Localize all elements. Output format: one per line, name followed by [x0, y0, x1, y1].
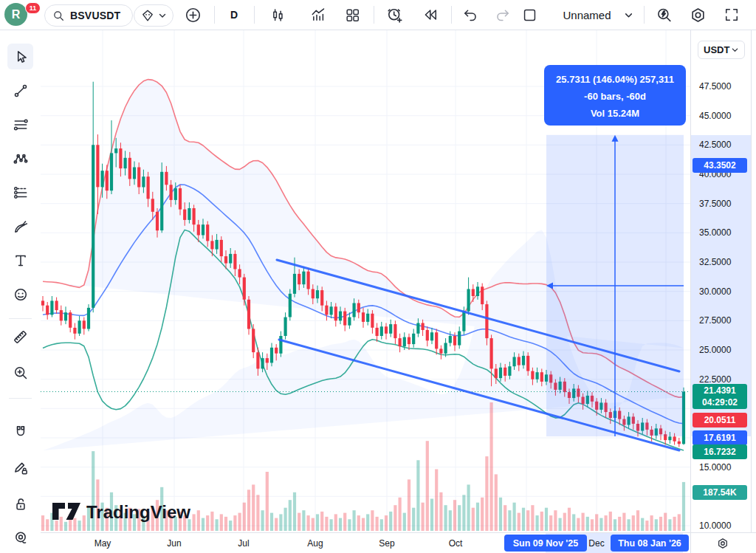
tool-zoom-in[interactable] [7, 360, 33, 385]
fullscreen-icon [724, 7, 740, 23]
month-tick: Sep [379, 538, 394, 549]
symbol-search-button[interactable]: BSVUSDT [44, 4, 133, 27]
price-tick: 25.0000 [699, 345, 731, 355]
single-layout-icon [522, 7, 537, 23]
measure-start-date-label: Sun 09 Nov '25 [504, 535, 587, 552]
month-tick: Jul [238, 538, 249, 549]
tool-magnet[interactable] [7, 419, 33, 444]
axis-settings-gear-icon[interactable] [716, 537, 729, 550]
tool-projection[interactable] [7, 179, 33, 205]
layout-name-button[interactable]: Unnamed [546, 0, 628, 30]
trend-line-icon [13, 83, 29, 99]
tool-trend-line[interactable] [7, 78, 33, 103]
compare-symbol-button[interactable] [134, 4, 173, 27]
tradingview-chart-window: R 11 BSVUSDT D [0, 0, 756, 553]
price-tick: 10.0000 [699, 521, 731, 531]
alert-clock-icon [386, 7, 403, 24]
chevron-down-icon [624, 10, 633, 20]
toolbar-separator [214, 6, 215, 24]
fullscreen-button[interactable] [719, 0, 744, 30]
price-tick: 45.0000 [699, 111, 731, 121]
interval-label: D [230, 9, 238, 21]
parallel-lines-icon [13, 117, 29, 133]
tool-cursor[interactable] [7, 44, 33, 69]
price-tick: 27.5000 [699, 315, 731, 326]
tool-text[interactable] [7, 247, 33, 273]
search-icon [52, 10, 65, 22]
tool-horizontal-lines[interactable] [7, 111, 33, 137]
toolbar-separator [451, 6, 452, 24]
tool-xabcd-pattern[interactable] [7, 145, 33, 171]
tradingview-watermark: TradingView [52, 502, 190, 522]
layout-grid-button[interactable] [340, 0, 365, 30]
drawing-toolbar [0, 30, 41, 553]
undo-icon [461, 7, 478, 23]
tool-emoji[interactable] [7, 281, 33, 307]
tool-measure[interactable] [7, 324, 33, 350]
undo-button[interactable] [458, 0, 481, 30]
month-tick: Dec [588, 538, 604, 549]
layout-name: Unnamed [563, 9, 611, 21]
time-axis[interactable]: MayJunJulAugSepOct Dec Sun 09 Nov '25 Th… [41, 532, 690, 553]
user-avatar[interactable]: R 11 [4, 3, 27, 26]
price-tick: 15.0000 [699, 462, 731, 473]
layout-select-icon[interactable] [518, 0, 540, 30]
toolbar-separator [9, 318, 32, 319]
pencil-lock-icon [13, 460, 29, 476]
candlestick-icon [270, 7, 286, 23]
measure-price-change: 25.7311 (146.04%) 257,311 [544, 71, 686, 88]
chevron-down-icon [731, 46, 739, 54]
top-toolbar: R 11 BSVUSDT D [0, 0, 756, 30]
tool-hide-drawings[interactable] [7, 525, 33, 551]
last-price-value: 21.4391 [704, 385, 735, 396]
interval-button[interactable]: D [224, 0, 244, 30]
price-axis[interactable]: 47.500045.000042.500040.000037.500035.00… [690, 30, 752, 532]
alert-button[interactable] [382, 0, 407, 30]
currency-toggle[interactable]: USDT [698, 41, 745, 59]
tool-lock-all[interactable] [7, 491, 33, 517]
forecast-lines-icon [13, 185, 29, 201]
replay-icon [422, 7, 439, 23]
price-tick: 35.0000 [699, 227, 731, 238]
price-tick: 22.5000 [699, 374, 731, 385]
measure-tooltip: 25.7311 (146.04%) 257,311 -60 bars, -60d… [544, 65, 686, 126]
right-margin [751, 30, 756, 553]
axis-corner [690, 532, 756, 553]
layout-menu-chevron[interactable] [622, 0, 635, 30]
zoom-in-icon [13, 365, 29, 381]
indicators-icon [310, 7, 326, 23]
price-tick: 42.5000 [699, 140, 731, 150]
lock-open-icon [13, 496, 29, 512]
xabcd-pattern-icon [13, 151, 29, 167]
month-tick: May [94, 538, 111, 549]
svg-text:TradingView: TradingView [86, 502, 190, 522]
session-low-label: 16.7232 [693, 444, 747, 459]
avatar-initial: R [12, 8, 21, 21]
bar-countdown: 04:29:02 [702, 396, 738, 408]
quick-search-button[interactable] [651, 0, 676, 30]
tool-brush[interactable] [7, 213, 33, 239]
chevron-down-icon [158, 11, 167, 20]
settings-button[interactable] [685, 0, 710, 30]
currency-label: USDT [704, 44, 729, 55]
lightning-search-icon [656, 7, 673, 24]
plus-circle-icon [185, 7, 202, 24]
magnet-icon [13, 424, 29, 440]
indicators-button[interactable] [306, 0, 331, 30]
toolbar-separator [9, 398, 32, 399]
redo-button[interactable] [492, 0, 515, 30]
measure-end-price-label: 43.3502 [693, 158, 747, 173]
month-tick: Jun [167, 538, 181, 549]
diamond-icon [140, 8, 155, 23]
measure-start-price-label: 17.6191 [693, 430, 747, 445]
tool-drawing-lock[interactable] [7, 455, 33, 481]
add-symbol-button[interactable] [182, 0, 204, 30]
symbol-name: BSVUSDT [70, 10, 120, 21]
volume-label: 187.54K [693, 485, 747, 500]
ruler-icon [12, 329, 29, 346]
redo-icon [495, 7, 512, 23]
bar-replay-button[interactable] [418, 0, 443, 30]
notification-badge: 11 [25, 2, 41, 14]
brush-icon [13, 219, 29, 235]
chart-style-button[interactable] [266, 0, 289, 30]
